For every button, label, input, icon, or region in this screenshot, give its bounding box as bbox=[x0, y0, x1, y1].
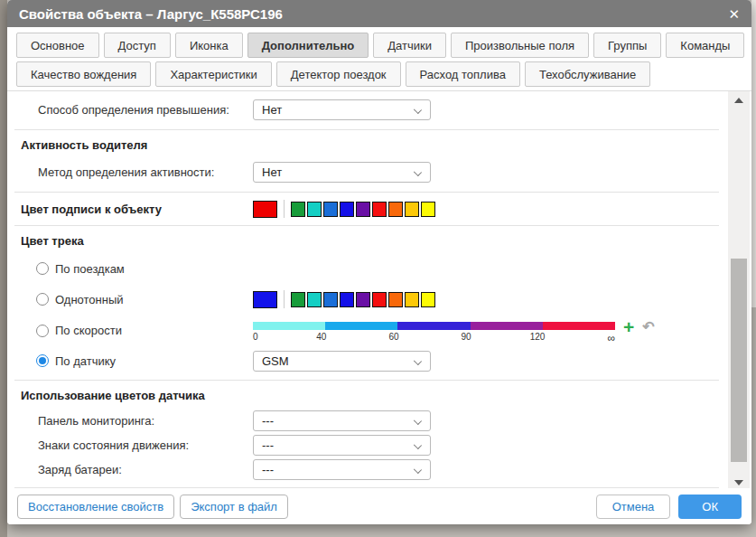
color-swatch-amber[interactable] bbox=[405, 292, 419, 307]
radio-by-sensor-label: По датчику bbox=[55, 354, 116, 368]
driver-activity-section-title: Активность водителя bbox=[7, 130, 721, 158]
tab-commands[interactable]: Команды bbox=[666, 33, 744, 58]
swatch-separator bbox=[284, 200, 285, 218]
label-color-title: Цвет подписи к объекту bbox=[7, 203, 253, 216]
activity-method-select[interactable]: Нет bbox=[253, 162, 431, 183]
chevron-down-icon bbox=[414, 466, 422, 474]
label-color-row: Цвет подписи к объекту bbox=[7, 193, 721, 225]
color-swatch-blue[interactable] bbox=[323, 292, 338, 307]
color-swatch-red[interactable] bbox=[372, 202, 387, 217]
scrollbar[interactable] bbox=[728, 91, 750, 492]
speed-segment-5 bbox=[543, 322, 615, 330]
color-swatch-cyan[interactable] bbox=[307, 202, 322, 217]
track-by-speed-row: По скорости 0 40 bbox=[7, 316, 721, 346]
chevron-down-icon bbox=[414, 417, 422, 425]
speed-segment-1 bbox=[253, 322, 325, 330]
color-swatch-purple[interactable] bbox=[356, 292, 370, 307]
speed-segment-4 bbox=[471, 322, 543, 330]
tab-custom-fields[interactable]: Произвольные поля bbox=[451, 33, 589, 58]
sensor-select-value: GSM bbox=[262, 354, 289, 368]
background-page-right bbox=[751, 0, 756, 307]
speed-gradient-bar[interactable] bbox=[253, 322, 615, 330]
ok-button[interactable]: ОК bbox=[678, 495, 742, 519]
sensor-colors-section-title: Использование цветов датчика bbox=[7, 381, 721, 409]
speed-segment-2 bbox=[325, 322, 397, 330]
speed-tick-infinity: ∞ bbox=[607, 332, 615, 344]
swatch-separator bbox=[284, 290, 285, 308]
color-swatch-green[interactable] bbox=[291, 292, 305, 307]
radio-by-sensor[interactable] bbox=[36, 354, 49, 367]
undo-icon[interactable]: ↶ bbox=[642, 322, 654, 332]
chevron-down-icon bbox=[414, 441, 422, 449]
sensor-select[interactable]: GSM bbox=[253, 351, 431, 372]
color-swatch-yellow[interactable] bbox=[421, 292, 435, 307]
color-swatch-deep-blue[interactable] bbox=[340, 292, 354, 307]
speed-tick-0: 0 bbox=[253, 332, 258, 342]
background-page-left bbox=[0, 0, 7, 537]
tab-access[interactable]: Доступ bbox=[104, 33, 171, 58]
color-swatch-orange[interactable] bbox=[388, 292, 403, 307]
color-swatch-amber[interactable] bbox=[405, 202, 419, 217]
dialog-title: Свойства объекта – Ларгус_К558РС196 bbox=[19, 6, 283, 22]
radio-by-speed[interactable] bbox=[36, 325, 49, 337]
add-speed-interval-icon[interactable]: + bbox=[623, 322, 634, 332]
color-swatch-deep-blue[interactable] bbox=[340, 202, 354, 217]
radio-by-trips-label: По поездкам bbox=[55, 262, 125, 276]
battery-select[interactable]: --- bbox=[253, 459, 431, 480]
overspeed-label: Способ определения превышения: bbox=[7, 103, 253, 117]
motion-signs-select[interactable]: --- bbox=[253, 435, 431, 456]
tab-eco-driving[interactable]: Качество вождения bbox=[16, 61, 151, 87]
export-to-file-button[interactable]: Экспорт в файл bbox=[180, 495, 288, 519]
close-icon[interactable]: ✕ bbox=[728, 7, 740, 21]
cancel-button[interactable]: Отмена bbox=[596, 495, 671, 519]
track-by-sensor-row: По датчику GSM bbox=[7, 346, 721, 375]
tab-icon[interactable]: Иконка bbox=[175, 33, 243, 58]
color-swatch-orange[interactable] bbox=[388, 202, 403, 217]
color-swatch-yellow[interactable] bbox=[421, 202, 435, 217]
speed-tick-60: 60 bbox=[388, 332, 398, 342]
color-swatch-blue[interactable] bbox=[323, 202, 338, 217]
tab-general[interactable]: Основное bbox=[16, 33, 99, 58]
track-solid-row: Однотонный bbox=[7, 283, 721, 316]
monitoring-panel-row: Панель мониторинга: --- bbox=[7, 409, 721, 433]
object-properties-dialog: Свойства объекта – Ларгус_К558РС196 ✕ Ос… bbox=[7, 0, 751, 524]
color-swatch-cyan[interactable] bbox=[307, 292, 322, 307]
monitoring-panel-value: --- bbox=[262, 414, 274, 428]
radio-by-trips[interactable] bbox=[36, 262, 49, 275]
activity-method-value: Нет bbox=[262, 165, 282, 179]
track-color-current-swatch[interactable] bbox=[253, 291, 277, 308]
speed-tick-120: 120 bbox=[530, 332, 546, 342]
overspeed-select[interactable]: Нет bbox=[253, 99, 431, 120]
overspeed-value: Нет bbox=[262, 103, 282, 117]
radio-solid[interactable] bbox=[36, 293, 49, 306]
color-swatch-purple[interactable] bbox=[356, 202, 370, 217]
radio-by-speed-label: По скорости bbox=[55, 324, 122, 337]
scrollbar-up-icon[interactable] bbox=[728, 93, 750, 108]
restore-properties-button[interactable]: Восстановление свойств bbox=[17, 495, 174, 519]
tab-row-2: Качество вождения Характеристики Детекто… bbox=[16, 61, 742, 87]
color-swatch-red[interactable] bbox=[372, 292, 387, 307]
motion-signs-value: --- bbox=[262, 438, 274, 452]
overspeed-row: Способ определения превышения: Нет bbox=[7, 96, 721, 123]
speed-segment-3 bbox=[397, 322, 470, 330]
tab-fuel[interactable]: Расход топлива bbox=[406, 61, 520, 87]
tab-bar: Основное Доступ Иконка Дополнительно Дат… bbox=[7, 27, 751, 87]
dialog-titlebar: Свойства объекта – Ларгус_К558РС196 ✕ bbox=[7, 0, 751, 27]
speed-color-scale: 0 40 60 90 120 ∞ + ↶ bbox=[253, 322, 655, 344]
speed-tick-40: 40 bbox=[316, 332, 326, 342]
track-color-section-title: Цвет трека bbox=[7, 226, 721, 254]
chevron-down-icon bbox=[414, 356, 422, 364]
monitoring-panel-select[interactable]: --- bbox=[253, 410, 431, 431]
tab-advanced[interactable]: Дополнительно bbox=[247, 33, 369, 58]
monitoring-panel-label: Панель мониторинга: bbox=[7, 414, 253, 428]
tab-sensors[interactable]: Датчики bbox=[373, 33, 446, 58]
tab-trip-detector[interactable]: Детектор поездок bbox=[276, 61, 401, 87]
scrollbar-thumb[interactable] bbox=[731, 259, 747, 462]
tab-profile[interactable]: Характеристики bbox=[155, 61, 271, 87]
tab-groups[interactable]: Группы bbox=[593, 33, 661, 58]
tab-maintenance[interactable]: Техобслуживание bbox=[525, 61, 650, 87]
label-color-swatches bbox=[253, 200, 437, 218]
label-color-current-swatch[interactable] bbox=[253, 201, 277, 218]
color-swatch-green[interactable] bbox=[291, 202, 305, 217]
tab-row-1: Основное Доступ Иконка Дополнительно Дат… bbox=[16, 33, 742, 58]
